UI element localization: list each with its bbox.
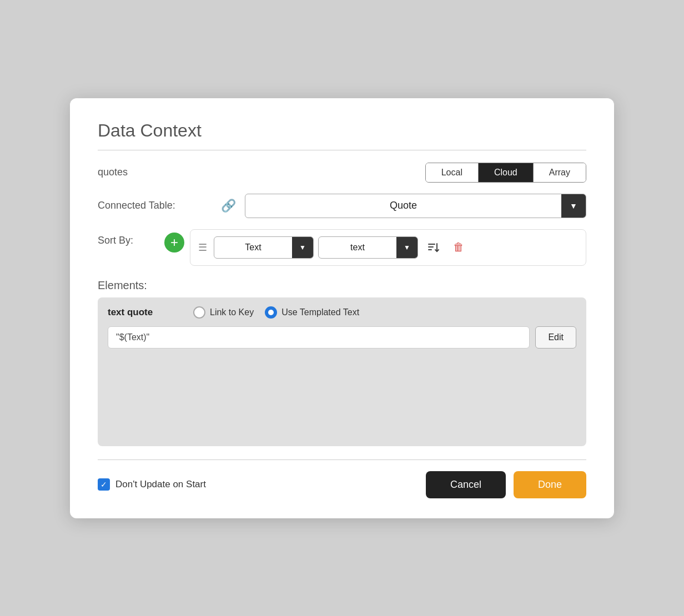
dont-update-label: Don't Update on Start [115, 479, 206, 490]
radio-link-key-circle [193, 306, 205, 319]
dialog-title: Data Context [98, 120, 586, 141]
dont-update-checkbox[interactable]: ✓ [98, 478, 110, 491]
source-row: quotes Local Cloud Array [98, 163, 586, 183]
cancel-button[interactable]: Cancel [426, 471, 506, 498]
template-row: Edit [108, 326, 576, 349]
connected-table-row: Connected Table: 🔗 Quote ▼ [98, 194, 586, 218]
elements-label: Elements: [98, 279, 586, 292]
checkbox-check-icon: ✓ [100, 480, 107, 489]
connected-table-value: Quote [245, 200, 561, 211]
radio-use-template-circle [265, 306, 277, 319]
connected-table-arrow[interactable]: ▼ [561, 194, 586, 218]
sort-controls-box: ☰ Text ▼ text ▼ [190, 229, 586, 266]
done-button[interactable]: Done [514, 471, 586, 498]
sort-direction-icon [427, 241, 439, 254]
sort-field-dropdown[interactable]: Text ▼ [214, 236, 314, 259]
title-divider [98, 150, 586, 150]
element-header-row: text quote Link to Key Use Templated Tex… [108, 306, 576, 319]
source-toggle-group: Local Cloud Array [425, 163, 586, 183]
toggle-cloud[interactable]: Cloud [479, 163, 534, 182]
drag-handle-icon[interactable]: ☰ [198, 241, 207, 254]
trash-icon: 🗑 [453, 241, 464, 254]
sort-order-dropdown[interactable]: text ▼ [318, 236, 418, 259]
sort-field-arrow[interactable]: ▼ [292, 237, 313, 258]
sort-add-button[interactable]: + [164, 233, 184, 253]
sort-by-label: Sort By: [98, 229, 164, 246]
footer-divider [98, 460, 586, 460]
connected-table-label: Connected Table: [98, 200, 214, 211]
toggle-array[interactable]: Array [534, 163, 586, 182]
footer: ✓ Don't Update on Start Cancel Done [98, 471, 586, 498]
sort-by-row: Sort By: + ☰ Text ▼ text ▼ [98, 229, 586, 266]
toggle-local[interactable]: Local [426, 163, 479, 182]
sort-direction-button[interactable] [423, 237, 444, 258]
elements-empty-area [108, 349, 576, 437]
radio-use-template-label: Use Templated Text [281, 307, 359, 317]
elements-box: text quote Link to Key Use Templated Tex… [98, 297, 586, 446]
connected-table-dropdown[interactable]: Quote ▼ [245, 194, 586, 218]
sort-order-arrow[interactable]: ▼ [396, 237, 418, 258]
radio-link-key[interactable]: Link to Key [193, 306, 254, 319]
sort-field-value: Text [214, 243, 292, 253]
template-input[interactable] [108, 326, 530, 349]
element-name: text quote [108, 307, 180, 318]
edit-button[interactable]: Edit [535, 326, 576, 349]
dialog: Data Context quotes Local Cloud Array Co… [70, 98, 614, 518]
source-label: quotes [98, 166, 214, 178]
radio-link-key-label: Link to Key [210, 307, 254, 317]
sort-row: ☰ Text ▼ text ▼ [198, 236, 578, 259]
dont-update-checkbox-item: ✓ Don't Update on Start [98, 478, 206, 491]
radio-group: Link to Key Use Templated Text [193, 306, 359, 319]
sort-order-value: text [319, 243, 396, 253]
footer-buttons: Cancel Done [426, 471, 586, 498]
sort-delete-button[interactable]: 🗑 [448, 237, 469, 258]
chain-icon: 🔗 [221, 199, 236, 213]
radio-use-template[interactable]: Use Templated Text [265, 306, 359, 319]
